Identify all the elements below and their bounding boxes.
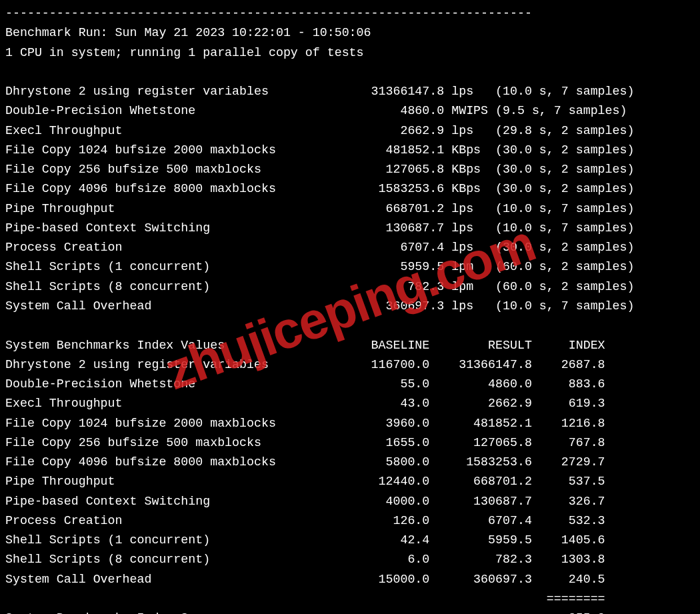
terminal-output: ----------------------------------------… [0, 0, 700, 614]
